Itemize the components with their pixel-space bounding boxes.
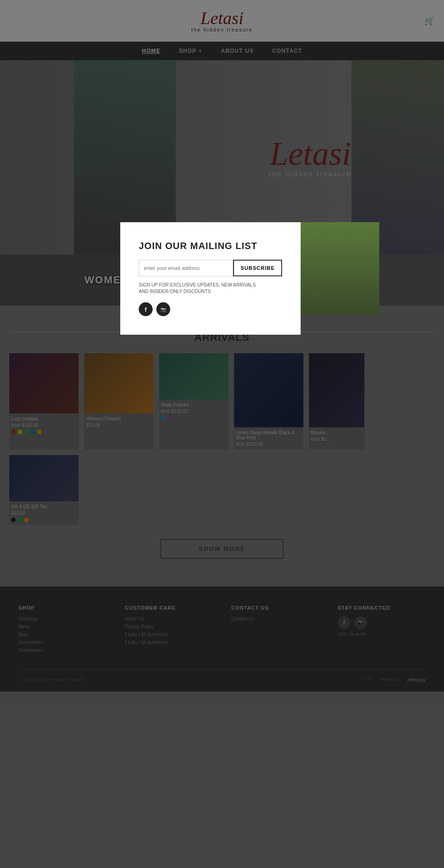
swatch[interactable] (11, 518, 16, 522)
footer-link[interactable]: Mens (18, 624, 106, 629)
footer-columns: SHOP Clothings Mens Boys Accessories Hom… (18, 605, 426, 656)
modal-title: JOIN OUR MAILING LIST (139, 241, 282, 251)
product-card[interactable]: Letani Diego Metalic Black & Blue Print … (234, 353, 303, 450)
product-info: Lucy puletasi from $140.00 (9, 413, 79, 437)
logo-main-text: Letasi (191, 9, 253, 27)
hero-logo-text: Letasi (269, 137, 352, 170)
product-image (84, 353, 154, 413)
footer-link[interactable]: Privacy Policy (125, 624, 213, 629)
site-header: Letasi the hidden treasure 🛒 (0, 0, 444, 42)
footer-link[interactable]: Contact Us (231, 616, 319, 621)
mailing-list-modal: JOIN OUR MAILING LIST SUBSCRIBE SIGN UP … (120, 222, 301, 335)
product-price: from $150.00 (161, 409, 227, 414)
swatch[interactable] (11, 430, 16, 434)
product-price: $30.00 (86, 423, 152, 428)
site-footer: SHOP Clothings Mens Boys Accessories Hom… (0, 587, 444, 692)
new-arrivals-section: NEWARRIVALS Lucy puletasi from $140.00 (0, 306, 444, 587)
footer-bottom-links: VISA Mastercard afterpay (363, 677, 426, 682)
swatch[interactable] (24, 430, 29, 434)
modal-facebook-button[interactable]: f (139, 302, 153, 316)
footer-link[interactable]: Faulty / All questions (125, 640, 213, 645)
product-name: ON A OE SIS Tee (11, 504, 77, 509)
product-card[interactable]: Lucy puletasi from $140.00 (9, 353, 79, 450)
footer-col-shop: SHOP Clothings Mens Boys Accessories Hom… (18, 605, 106, 656)
product-name: Mata Fulatasi (161, 402, 227, 407)
footer-col-title: SHOP (18, 605, 106, 611)
chevron-down-icon: ▼ (198, 49, 203, 53)
hero-logo-overlay: Letasi the hidden treasure (269, 137, 352, 178)
product-info: Hibiscus Flowers $30.00 (84, 413, 154, 431)
swatch[interactable] (18, 430, 22, 434)
product-image (159, 353, 228, 400)
product-info: Brooke... from $1... (309, 427, 364, 444)
color-swatches (11, 430, 77, 434)
product-image (234, 353, 303, 427)
products-grid-row1: Lucy puletasi from $140.00 Hibiscus Flow… (9, 353, 435, 450)
footer-link[interactable]: Homewares (18, 648, 106, 653)
footer-col-social: STAY CONNECTED f 📷 LIKE US on FB (338, 605, 426, 656)
product-card[interactable]: ON A OE SIS Tee $23.00 (9, 455, 79, 525)
nav-item-about[interactable]: ABOUT US (221, 48, 254, 54)
modal-side-image (301, 222, 379, 315)
product-name: Letani Diego Metalic Black & Blue Print (236, 430, 302, 440)
products-grid-row2: ON A OE SIS Tee $23.00 (9, 455, 435, 525)
product-image (9, 353, 79, 413)
product-name: Lucy puletasi (11, 416, 77, 421)
site-nav: HOME SHOP ▼ ABOUT US CONTACT (0, 42, 444, 60)
product-image (309, 353, 364, 427)
footer-col-contact: CONTACT US Contact Us (231, 605, 319, 656)
nav-item-home[interactable]: HOME (142, 48, 160, 54)
visa-link[interactable]: VISA (363, 677, 373, 682)
swatch[interactable] (24, 518, 29, 522)
product-image (9, 455, 79, 501)
swatch[interactable] (31, 430, 35, 434)
swatch[interactable] (37, 430, 42, 434)
swatch[interactable] (167, 416, 172, 420)
footer-like-text: LIKE US on FB (338, 632, 426, 637)
footer-link[interactable]: Faulty / All questions (125, 632, 213, 637)
show-more-button[interactable]: SHOW MORE (160, 539, 283, 559)
product-info: ON A OE SIS Tee $23.00 (9, 501, 79, 525)
product-price: from $1... (311, 437, 363, 442)
footer-social: f 📷 (338, 616, 426, 629)
afterpay-link[interactable]: afterpay (407, 677, 426, 682)
nav-item-shop[interactable]: SHOP ▼ (179, 48, 203, 54)
copyright-text: © 2017 Letasi, the Hidden Treasure (18, 677, 84, 682)
product-name: Brooke... (311, 430, 363, 435)
color-swatches (161, 416, 227, 420)
product-card[interactable]: Brooke... from $1... (309, 353, 364, 450)
footer-col-title: CONTACT US (231, 605, 319, 611)
product-card[interactable]: Mata Fulatasi from $150.00 (159, 353, 228, 450)
email-input[interactable] (139, 260, 233, 276)
footer-link[interactable]: Boys (18, 632, 106, 637)
footer-link[interactable]: About Us (125, 616, 213, 621)
footer-link[interactable]: Clothings (18, 616, 106, 621)
mastercard-link[interactable]: Mastercard (379, 677, 400, 682)
product-name: Hibiscus Flowers (86, 416, 152, 421)
show-more-wrap: SHOW MORE (9, 539, 435, 559)
footer-col-title: STAY CONNECTED (338, 605, 426, 611)
footer-link[interactable]: Accessories (18, 640, 106, 645)
subscribe-button[interactable]: SUBSCRIBE (233, 260, 282, 276)
footer-col-title: CUSTOMER CARE (125, 605, 213, 611)
facebook-button[interactable]: f (338, 616, 351, 629)
modal-email-row: SUBSCRIBE (139, 260, 282, 276)
swatch[interactable] (161, 416, 166, 420)
product-price: from $140.00 (11, 423, 77, 428)
instagram-button[interactable]: 📷 (354, 616, 367, 629)
logo-sub-text: the hidden treasure (191, 27, 253, 32)
product-card[interactable]: Hibiscus Flowers $30.00 (84, 353, 154, 450)
product-info: Letani Diego Metalic Black & Blue Print … (234, 427, 303, 450)
nav-item-contact[interactable]: CONTACT (272, 48, 302, 54)
product-info: Mata Fulatasi from $150.00 (159, 400, 228, 423)
logo: Letasi the hidden treasure (191, 9, 253, 32)
product-price: from $150.00 (236, 442, 302, 447)
product-price: $23.00 (11, 511, 77, 516)
cart-icon[interactable]: 🛒 (425, 16, 435, 26)
footer-bottom: © 2017 Letasi, the Hidden Treasure VISA … (18, 669, 426, 682)
modal-instagram-button[interactable]: 📷 (156, 302, 170, 316)
modal-social: f 📷 (139, 302, 282, 316)
modal-description: SIGN UP FOR EXCLUSIVE UPDATES, NEW ARRIV… (139, 282, 282, 295)
footer-col-customercare: CUSTOMER CARE About Us Privacy Policy Fa… (125, 605, 213, 656)
swatch[interactable] (18, 518, 22, 522)
